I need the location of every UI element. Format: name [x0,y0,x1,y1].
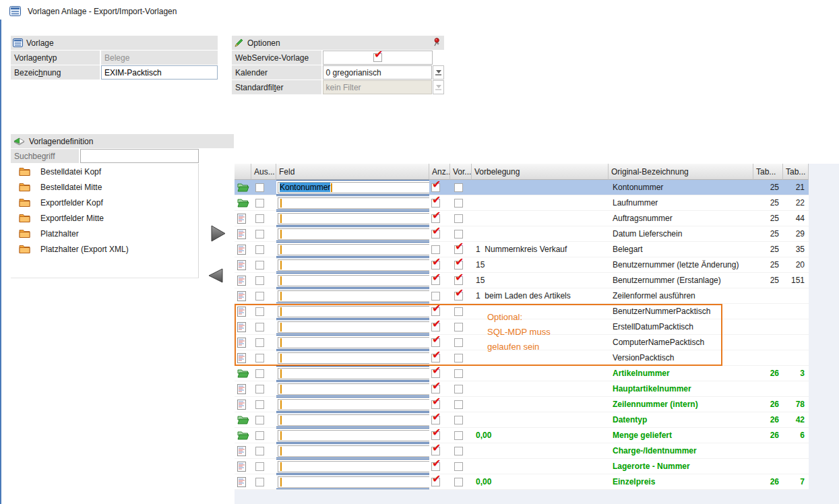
aus-checkbox[interactable]: ✔ [255,354,264,363]
aus-checkbox[interactable]: ✔ [255,447,264,455]
aus-checkbox[interactable]: ✔ [255,245,264,254]
field-edit-box[interactable] [276,366,429,381]
move-left-arrow-button[interactable] [208,267,224,284]
anzeigen-checkbox[interactable]: ✔ [431,369,440,378]
field-edit-box[interactable] [276,304,429,319]
header-tab-1[interactable]: Tab... [753,164,783,180]
table-row[interactable]: ✔ Laufnummer ✔ ✔ Laufnummer 25 22 [235,195,809,211]
aus-checkbox[interactable]: ✔ [255,261,264,270]
aus-checkbox[interactable]: ✔ [255,338,264,347]
anzeigen-checkbox[interactable]: ✔ [431,199,440,208]
anzeigen-checkbox[interactable]: ✔ [431,431,440,440]
vorbelegung-checkbox[interactable]: ✔ [454,307,463,316]
vorbelegung-checkbox[interactable]: ✔ [454,245,463,254]
header-vorbelegung[interactable]: Vorbelegung [472,164,609,180]
table-row[interactable]: ✔ Benutzernummer (Erstanlage) ✔ ✔ 15 Ben… [235,273,809,288]
field-edit-box[interactable] [276,459,429,474]
vorbelegung-checkbox[interactable]: ✔ [454,230,463,239]
aus-checkbox[interactable]: ✔ [255,369,264,378]
header-vor[interactable]: Vor... [450,164,472,180]
aus-checkbox[interactable]: ✔ [255,400,264,409]
aus-checkbox[interactable]: ✔ [255,276,264,285]
anzeigen-checkbox[interactable]: ✔ [431,214,440,223]
vorbelegung-checkbox[interactable]: ✔ [454,369,463,378]
aus-checkbox[interactable]: ✔ [255,416,264,424]
move-right-arrow-button[interactable] [209,224,227,243]
vorbelegung-checkbox[interactable]: ✔ [454,447,463,455]
vorbelegung-checkbox[interactable]: ✔ [454,214,463,223]
table-row[interactable]: ✔ Chargeldentnummer ✔ ✔ Charge-/Identnum… [235,443,809,459]
webservice-checkbox[interactable]: ✔ [373,53,382,62]
kalender-dropdown-button[interactable] [433,65,444,80]
table-row[interactable]: ✔ Datentyp ✔ ✔ Datentyp 26 42 [235,412,809,428]
vorbelegung-checkbox[interactable]: ✔ [454,261,463,270]
header-original-bezeichnung[interactable]: Original-Bezeichnung [609,164,753,180]
vorbelegung-checkbox[interactable]: ✔ [454,354,463,363]
field-edit-box[interactable] [276,242,429,257]
anzeigen-checkbox[interactable]: ✔ [431,292,440,301]
vorbelegung-checkbox[interactable]: ✔ [454,416,463,424]
table-row[interactable]: ✔ Auftragsnummer ✔ ✔ Auftragsnummer 25 4… [235,211,809,226]
anzeigen-checkbox[interactable]: ✔ [431,478,440,486]
folder-list-item[interactable]: Bestelldatei Kopf [11,164,198,179]
folder-list-item[interactable]: Platzhalter [11,226,198,241]
vorbelegung-checkbox[interactable]: ✔ [454,431,463,440]
suchbegriff-input[interactable] [80,149,199,163]
field-edit-box[interactable] [276,412,429,427]
table-row[interactable]: ✔ Benutzernummer (letzte Änderung) ✔ ✔ 1… [235,257,809,273]
anzeigen-checkbox[interactable]: ✔ [431,307,440,316]
header-icon-col[interactable] [235,164,251,180]
aus-checkbox[interactable]: ✔ [255,323,264,332]
table-row[interactable]: ✔ Lagerort ✔ ✔ Lagerorte - Nummer [235,459,809,474]
aus-checkbox[interactable]: ✔ [255,385,264,393]
field-edit-box[interactable] [276,226,429,241]
anzeigen-checkbox[interactable]: ✔ [431,385,440,393]
anzeigen-checkbox[interactable]: ✔ [431,323,440,332]
field-edit-box[interactable] [276,319,429,334]
vorbelegung-checkbox[interactable]: ✔ [454,478,463,486]
aus-checkbox[interactable]: ✔ [255,478,264,486]
field-edit-box[interactable] [276,474,429,489]
pin-icon[interactable] [433,38,441,48]
field-edit-box[interactable] [276,288,429,303]
table-row[interactable]: ✔ Artikelnummer ✔ ✔ Artikelnummer 26 3 [235,366,809,381]
anzeigen-checkbox[interactable]: ✔ [431,183,440,192]
header-feld[interactable]: Feld [276,164,429,180]
kalender-select[interactable]: 0 gregorianisch [323,65,432,80]
field-edit-box[interactable] [276,381,429,396]
header-aus[interactable]: Aus... [251,164,276,180]
field-edit-box[interactable]: Kontonummer [276,180,429,195]
table-row[interactable]: ✔ Datum_Lieferschein ✔ ✔ Datum Liefersch… [235,226,809,242]
anzeigen-checkbox[interactable]: ✔ [431,416,440,424]
folder-list-item[interactable]: Exportfelder Mitte [11,210,198,226]
anzeigen-checkbox[interactable]: ✔ [431,230,440,239]
anzeigen-checkbox[interactable]: ✔ [431,261,440,270]
table-row[interactable]: ✔ Belegart ✔ ✔ 1 Nummernkreis Verkauf Be… [235,242,809,257]
bezeichnung-input[interactable] [101,65,218,80]
aus-checkbox[interactable]: ✔ [255,431,264,440]
anzeigen-checkbox[interactable]: ✔ [431,245,440,254]
anzeigen-checkbox[interactable]: ✔ [431,400,440,409]
vorbelegung-checkbox[interactable]: ✔ [454,292,463,301]
vorbelegung-checkbox[interactable]: ✔ [454,462,463,471]
aus-checkbox[interactable]: ✔ [255,292,264,301]
vorbelegung-checkbox[interactable]: ✔ [454,338,463,347]
aus-checkbox[interactable]: ✔ [255,199,264,208]
vorbelegung-checkbox[interactable]: ✔ [454,385,463,393]
anzeigen-checkbox[interactable]: ✔ [431,447,440,455]
header-anz[interactable]: Anz... [429,164,450,180]
field-edit-box[interactable] [276,273,429,288]
folder-list-item[interactable]: Platzhalter (Export XML) [11,241,198,257]
folder-list-item[interactable]: Bestelldatei Mitte [11,179,198,195]
table-row[interactable]: ✔ Zeilenformel ausführen ✔ ✔ 1 beim Lade… [235,288,809,304]
field-edit-box[interactable] [276,397,429,412]
anzeigen-checkbox[interactable]: ✔ [431,462,440,471]
table-row[interactable]: ✔ Einzelpreis ✔ ✔ 0,00 Einzelpreis 26 7 [235,474,809,490]
table-row[interactable]: ✔ Zeilennummer ✔ ✔ Zeilennummer (intern)… [235,397,809,412]
field-edit-box[interactable] [276,195,429,210]
folder-list-item[interactable]: Exportfelder Kopf [11,195,198,210]
field-edit-box[interactable] [276,350,429,365]
aus-checkbox[interactable]: ✔ [255,307,264,316]
aus-checkbox[interactable]: ✔ [255,462,264,471]
table-row[interactable]: ✔ Hauptartikelnummer ✔ ✔ Hauptartikelnum… [235,381,809,397]
